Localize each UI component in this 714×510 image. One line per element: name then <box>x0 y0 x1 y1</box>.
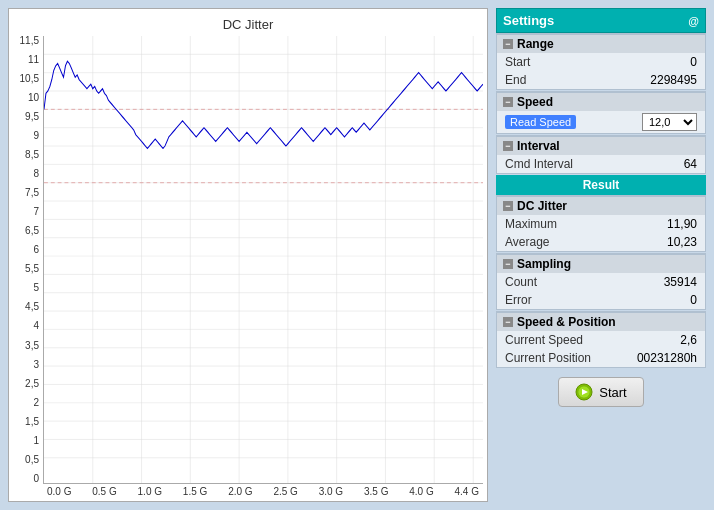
average-row: Average 10,23 <box>497 233 705 251</box>
range-start-row: Start 0 <box>497 53 705 71</box>
range-header[interactable]: − Range <box>497 34 705 53</box>
range-collapse-icon[interactable]: − <box>503 39 513 49</box>
chart-panel: DC Jitter 11,5 11 10,5 10 9,5 9 8,5 8 7,… <box>8 8 488 502</box>
average-label: Average <box>505 235 549 249</box>
current-speed-value: 2,6 <box>637 333 697 347</box>
range-label: Range <box>517 37 554 51</box>
speed-collapse-icon[interactable]: − <box>503 97 513 107</box>
error-row: Error 0 <box>497 291 705 309</box>
dc-jitter-label: DC Jitter <box>517 199 567 213</box>
current-speed-row: Current Speed 2,6 <box>497 331 705 349</box>
chart-svg <box>44 36 483 483</box>
end-value: 2298495 <box>637 73 697 87</box>
speed-position-label: Speed & Position <box>517 315 616 329</box>
current-position-row: Current Position 00231280h <box>497 349 705 367</box>
current-position-label: Current Position <box>505 351 591 365</box>
current-position-value: 00231280h <box>637 351 697 365</box>
result-label: Result <box>583 178 620 192</box>
read-speed-label: Read Speed <box>505 115 576 129</box>
read-speed-badge: Read Speed <box>505 115 576 129</box>
dc-jitter-header[interactable]: − DC Jitter <box>497 196 705 215</box>
speed-section: − Speed Read Speed 12,0 8,0 4,0 2,0 1,0 <box>496 91 706 134</box>
speed-label: Speed <box>517 95 553 109</box>
sampling-section: − Sampling Count 35914 Error 0 <box>496 253 706 310</box>
settings-title: Settings <box>503 13 554 28</box>
sampling-collapse-icon[interactable]: − <box>503 259 513 269</box>
cmd-interval-value: 64 <box>637 157 697 171</box>
count-label: Count <box>505 275 537 289</box>
right-panel: Settings @ − Range Start 0 End 2298495 −… <box>496 8 706 502</box>
dc-jitter-collapse-icon[interactable]: − <box>503 201 513 211</box>
interval-header[interactable]: − Interval <box>497 136 705 155</box>
sampling-label: Sampling <box>517 257 571 271</box>
count-value: 35914 <box>637 275 697 289</box>
speed-position-section: − Speed & Position Current Speed 2,6 Cur… <box>496 311 706 368</box>
chart-area: 11,5 11 10,5 10 9,5 9 8,5 8 7,5 7 6,5 6 … <box>13 36 483 484</box>
start-button-label: Start <box>599 385 626 400</box>
maximum-label: Maximum <box>505 217 557 231</box>
read-speed-select[interactable]: 12,0 8,0 4,0 2,0 1,0 <box>642 113 697 131</box>
error-value: 0 <box>637 293 697 307</box>
speed-header[interactable]: − Speed <box>497 92 705 111</box>
error-label: Error <box>505 293 532 307</box>
start-button-area: Start <box>496 377 706 407</box>
at-icon[interactable]: @ <box>688 15 699 27</box>
start-button[interactable]: Start <box>558 377 643 407</box>
end-label: End <box>505 73 526 87</box>
range-end-row: End 2298495 <box>497 71 705 89</box>
dc-jitter-section: − DC Jitter Maximum 11,90 Average 10,23 <box>496 195 706 252</box>
read-speed-row: Read Speed 12,0 8,0 4,0 2,0 1,0 <box>497 111 705 133</box>
result-header: Result <box>496 175 706 195</box>
sampling-header[interactable]: − Sampling <box>497 254 705 273</box>
range-section: − Range Start 0 End 2298495 <box>496 33 706 90</box>
x-axis: 0.0 G 0.5 G 1.0 G 1.5 G 2.0 G 2.5 G 3.0 … <box>47 486 483 497</box>
main-container: DC Jitter 11,5 11 10,5 10 9,5 9 8,5 8 7,… <box>0 0 714 510</box>
maximum-row: Maximum 11,90 <box>497 215 705 233</box>
settings-header: Settings @ <box>496 8 706 33</box>
start-value: 0 <box>637 55 697 69</box>
chart-title: DC Jitter <box>13 17 483 32</box>
count-row: Count 35914 <box>497 273 705 291</box>
cmd-interval-label: Cmd Interval <box>505 157 573 171</box>
maximum-value: 11,90 <box>637 217 697 231</box>
current-speed-label: Current Speed <box>505 333 583 347</box>
y-axis: 11,5 11 10,5 10 9,5 9 8,5 8 7,5 7 6,5 6 … <box>13 36 43 484</box>
interval-collapse-icon[interactable]: − <box>503 141 513 151</box>
interval-label: Interval <box>517 139 560 153</box>
start-label: Start <box>505 55 530 69</box>
chart-plot-area <box>43 36 483 484</box>
speed-position-collapse-icon[interactable]: − <box>503 317 513 327</box>
average-value: 10,23 <box>637 235 697 249</box>
interval-section: − Interval Cmd Interval 64 <box>496 135 706 174</box>
cmd-interval-row: Cmd Interval 64 <box>497 155 705 173</box>
start-icon <box>575 383 593 401</box>
speed-position-header[interactable]: − Speed & Position <box>497 312 705 331</box>
